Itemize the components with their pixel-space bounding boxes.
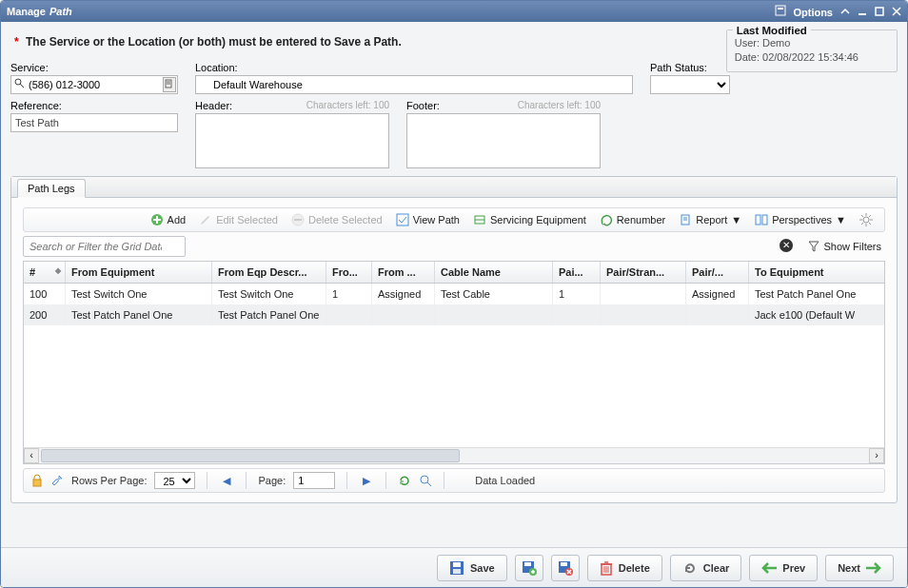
location-input[interactable]: [195, 75, 633, 94]
grid-header: #◆ From Equipment From Eqp Descr... Fro.…: [24, 262, 885, 284]
col-to-eq[interactable]: To Equipment: [749, 262, 885, 283]
tab-strip: Path Legs: [11, 177, 897, 198]
header-label: Header:: [195, 100, 232, 111]
clear-search-icon[interactable]: ✕: [780, 239, 793, 252]
renumber-button[interactable]: Renumber: [594, 211, 671, 228]
location-label: Location:: [195, 62, 633, 73]
svg-rect-1: [778, 8, 783, 10]
svg-rect-33: [453, 562, 461, 567]
col-cable[interactable]: Cable Name: [435, 262, 553, 283]
horizontal-scrollbar[interactable]: ‹ ›: [24, 447, 884, 463]
prev-button[interactable]: Prev: [749, 555, 818, 581]
zoom-icon[interactable]: [419, 474, 432, 487]
pencil-icon: [199, 213, 212, 226]
col-from-desc[interactable]: From Eqp Descr...: [212, 262, 326, 283]
reference-input: [10, 113, 178, 132]
save-x-icon: [558, 560, 573, 576]
funnel-icon: [808, 241, 819, 252]
view-path-button[interactable]: View Path: [390, 211, 465, 228]
delete-selected-button: Delete Selected: [286, 211, 388, 228]
options-label: Options: [793, 7, 833, 18]
grid-body: 100 Test Switch One Test Switch One 1 As…: [24, 284, 884, 447]
svg-line-27: [869, 215, 871, 217]
table-row[interactable]: 100 Test Switch One Test Switch One 1 As…: [24, 284, 884, 304]
warning-text: The Service or the Location (or both) mu…: [26, 35, 402, 49]
svg-rect-39: [561, 562, 567, 566]
last-mod-date-value: 02/08/2022 15:34:46: [762, 51, 859, 63]
path-status-select[interactable]: [650, 75, 730, 94]
report-button[interactable]: Report ▼: [673, 211, 747, 228]
clear-button[interactable]: Clear: [670, 555, 742, 581]
col-from-eq[interactable]: From Equipment: [66, 262, 212, 283]
scroll-left-icon[interactable]: ‹: [24, 448, 39, 463]
renumber-icon: [600, 213, 613, 226]
sort-icon: ◆: [55, 266, 61, 275]
header-textarea[interactable]: [195, 113, 389, 168]
gear-button[interactable]: [854, 211, 878, 228]
chevron-down-icon: ▼: [836, 214, 846, 225]
collapse-button[interactable]: [840, 7, 850, 16]
show-filters-button[interactable]: Show Filters: [804, 239, 885, 254]
plus-icon: [150, 213, 164, 226]
col-pair2[interactable]: Pair/...: [686, 262, 749, 283]
title-em: Path: [49, 6, 72, 17]
report-icon: [679, 213, 692, 226]
perspectives-button[interactable]: Perspectives ▼: [749, 211, 852, 228]
lock-icon[interactable]: [31, 474, 43, 487]
scroll-thumb[interactable]: [41, 449, 460, 462]
svg-line-31: [427, 482, 431, 486]
servicing-equipment-button[interactable]: Servicing Equipment: [467, 211, 592, 228]
minimize-button[interactable]: [858, 7, 867, 16]
tab-path-legs[interactable]: Path Legs: [17, 179, 86, 198]
maximize-button[interactable]: [875, 7, 884, 16]
delete-button[interactable]: Delete: [587, 555, 662, 581]
col-pairstrand[interactable]: Pair/Stran...: [601, 262, 686, 283]
svg-rect-0: [776, 6, 785, 15]
bottom-bar: Save Delete Clear Prev Next: [1, 547, 907, 587]
view-path-icon: [396, 213, 409, 226]
page-next-icon[interactable]: ▶: [359, 475, 374, 487]
minus-circle-icon: [291, 213, 305, 226]
col-fro[interactable]: Fro...: [326, 262, 372, 283]
scroll-right-icon[interactable]: ›: [869, 448, 884, 463]
grid-search-input[interactable]: [23, 236, 186, 257]
footer-label: Footer:: [406, 100, 440, 111]
svg-line-28: [861, 223, 863, 225]
save-button[interactable]: Save: [437, 555, 507, 581]
rows-per-page-label: Rows Per Page:: [71, 475, 147, 486]
options-menu[interactable]: Options: [775, 5, 833, 18]
service-dropdown-icon[interactable]: [163, 77, 176, 92]
page-prev-icon[interactable]: ◀: [219, 475, 234, 487]
search-icon: [14, 78, 25, 88]
page-input[interactable]: [293, 472, 335, 489]
edit-selected-button: Edit Selected: [193, 211, 284, 228]
service-lookup[interactable]: [10, 75, 178, 94]
save-as-button[interactable]: [515, 555, 543, 581]
rows-per-page-select[interactable]: 25: [154, 472, 195, 489]
service-input[interactable]: [10, 75, 178, 94]
svg-line-25: [861, 215, 863, 217]
arrow-right-icon: [866, 562, 881, 574]
refresh-icon[interactable]: [398, 474, 411, 487]
save-icon: [449, 560, 464, 576]
col-pai[interactable]: Pai...: [553, 262, 601, 283]
last-modified-box: Last Modified User: Demo Date: 02/08/202…: [726, 29, 898, 72]
perspectives-icon: [755, 213, 768, 226]
next-button[interactable]: Next: [825, 555, 894, 581]
col-from2[interactable]: From ...: [372, 262, 435, 283]
svg-point-20: [863, 217, 869, 223]
close-button[interactable]: [892, 7, 901, 16]
save-close-button[interactable]: [551, 555, 580, 581]
col-num[interactable]: #◆: [24, 262, 66, 283]
wrench-icon[interactable]: [50, 474, 64, 487]
svg-rect-3: [876, 8, 883, 15]
footer-textarea[interactable]: [406, 113, 601, 168]
trash-icon: [600, 560, 613, 576]
equipment-icon: [473, 213, 486, 226]
svg-rect-19: [762, 215, 767, 225]
svg-rect-29: [33, 480, 41, 486]
table-row[interactable]: 200 Test Patch Panel One Test Patch Pane…: [24, 304, 884, 325]
save-plus-icon: [522, 560, 537, 576]
last-mod-date-label: Date:: [735, 51, 760, 63]
add-button[interactable]: Add: [145, 211, 192, 228]
